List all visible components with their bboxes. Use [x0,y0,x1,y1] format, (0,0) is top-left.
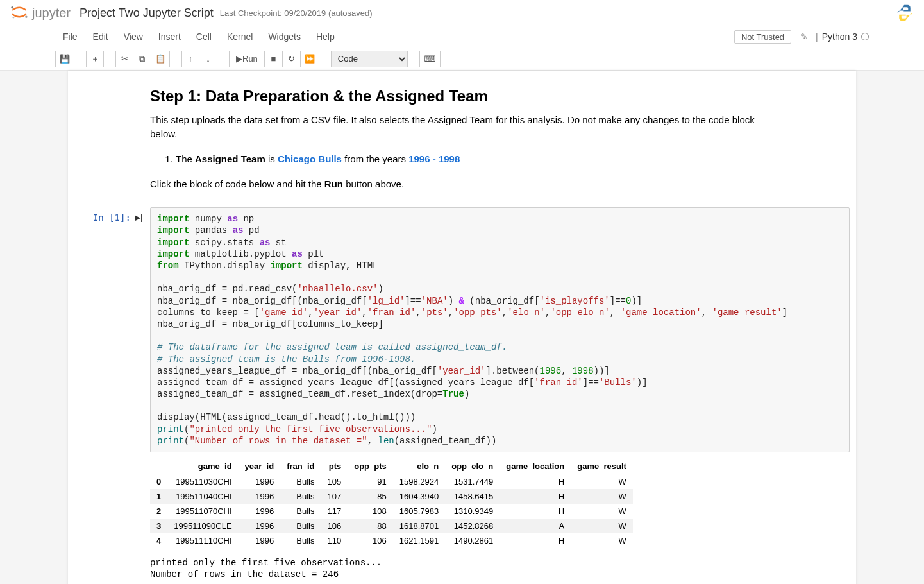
step1-heading: Step 1: Data Preparation & the Assigned … [150,87,774,105]
menu-cell[interactable]: Cell [189,26,219,47]
restart-button[interactable]: ↻ [283,51,301,67]
markdown-cell[interactable]: Step 1: Data Preparation & the Assigned … [68,77,856,205]
jupyter-logo-icon [10,6,28,17]
run-button-label: Run [242,54,258,64]
kernel-indicator[interactable]: Python 3 [822,31,869,42]
assigned-team-years: 1996 - 1998 [408,153,460,164]
pencil-icon[interactable]: ✎ [800,31,808,42]
table-row: 1199511040CHI1996Bulls107851604.39401458… [150,489,633,504]
python-logo-icon [896,4,914,22]
menu-help[interactable]: Help [308,26,342,47]
checkpoint-text: Last Checkpoint: 09/20/2019 (autosaved) [220,8,373,18]
svg-point-2 [13,16,15,18]
menubar-wrap: File Edit View Insert Cell Kernel Widget… [0,26,924,47]
svg-point-1 [25,15,28,18]
run-button[interactable]: ▶ Run [229,51,265,67]
cell-type-select[interactable]: Code [331,51,408,67]
kernel-status-icon [861,33,869,40]
svg-point-0 [11,6,13,8]
table-row: 2199511070CHI1996Bulls1171081605.7983131… [150,504,633,519]
restart-run-all-button[interactable]: ⏩ [301,51,319,67]
run-cell-icon[interactable]: ▶| [135,213,142,222]
insert-cell-button[interactable]: ＋ [86,51,104,67]
menu-kernel[interactable]: Kernel [219,26,260,47]
interrupt-button[interactable]: ■ [265,51,283,67]
jupyter-logo-text: jupyter [32,6,71,21]
move-down-button[interactable]: ↓ [199,51,217,67]
table-row: 4199511110CHI1996Bulls1101061621.1591149… [150,533,633,548]
in-prompt: In [1]: [93,212,131,223]
menu-edit[interactable]: Edit [85,26,116,47]
svg-point-4 [907,18,908,19]
main-toolbar: 💾 ＋ ✂ ⧉ 📋 ↑ ↓ ▶ Run ■ ↻ ⏩ Code ⌨ [0,47,924,71]
kernel-separator: | [816,31,818,42]
step1-paragraph2: Click the block of code below and hit th… [150,177,774,191]
code-cell-1[interactable]: In [1]: ▶| import numpy as np import pan… [68,205,856,584]
svg-point-3 [902,6,903,8]
notebook-name[interactable]: Project Two Jupyter Script [80,6,214,20]
menu-insert[interactable]: Insert [151,26,189,47]
paste-cell-button[interactable]: 📋 [151,51,170,67]
stdout-output: printed only the first five observations… [150,557,850,580]
menu-file[interactable]: File [55,26,85,47]
table-row: 3199511090CLE1996Bulls106881618.87011452… [150,519,633,533]
page-background: Step 1: Data Preparation & the Assigned … [0,71,924,584]
cut-cell-button[interactable]: ✂ [115,51,133,67]
table-header-row: game_id year_id fran_id pts opp_pts elo_… [150,459,633,474]
step1-paragraph1: This step uploads the data set from a CS… [150,113,774,141]
output-dataframe: game_id year_id fran_id pts opp_pts elo_… [150,459,633,548]
assigned-team-name: Chicago Bulls [278,153,342,164]
menu-widgets[interactable]: Widgets [260,26,308,47]
notebook-container: Step 1: Data Preparation & the Assigned … [68,71,856,584]
command-palette-button[interactable]: ⌨ [419,51,441,67]
code-input-area[interactable]: import numpy as np import pandas as pd i… [150,207,850,452]
notebook-header: jupyter Project Two Jupyter Script Last … [0,0,924,26]
trust-indicator[interactable]: Not Trusted [734,30,791,44]
save-button[interactable]: 💾 [55,51,74,67]
jupyter-logo[interactable]: jupyter [10,6,71,21]
menubar: File Edit View Insert Cell Kernel Widget… [55,26,869,47]
move-up-button[interactable]: ↑ [181,51,199,67]
menu-view[interactable]: View [116,26,151,47]
kernel-name-text: Python 3 [822,31,857,42]
output-block: game_id year_id fran_id pts opp_pts elo_… [150,452,850,583]
step1-list-item-1: The Assigned Team is Chicago Bulls from … [176,151,774,167]
copy-cell-button[interactable]: ⧉ [133,51,151,67]
table-row: 0199511030CHI1996Bulls105911598.29241531… [150,474,633,490]
